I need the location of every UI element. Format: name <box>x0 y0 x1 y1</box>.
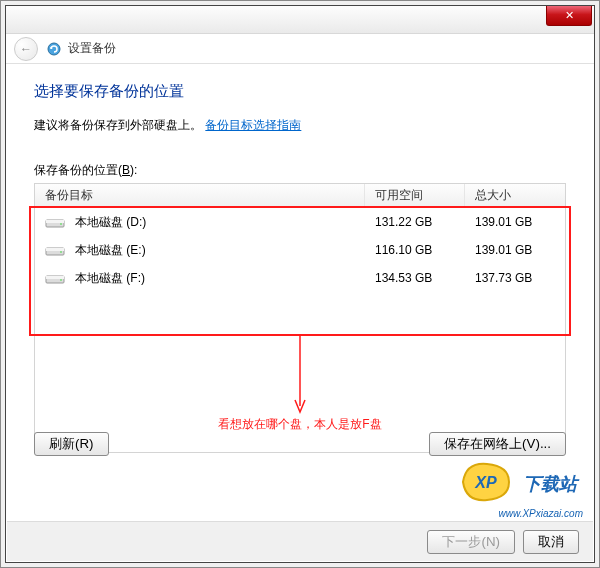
svg-point-9 <box>60 279 62 281</box>
col-header-free[interactable]: 可用空间 <box>365 184 465 207</box>
watermark-url: www.XPxiazai.com <box>499 508 583 519</box>
watermark: XP 下载站 www.XPxiazai.com <box>457 458 595 523</box>
disk-total: 139.01 GB <box>465 215 565 229</box>
location-label-post: ): <box>130 163 137 177</box>
refresh-button[interactable]: 刷新(R) <box>34 432 109 456</box>
back-arrow-icon: ← <box>20 42 32 56</box>
disk-free: 131.22 GB <box>365 215 465 229</box>
close-icon: ✕ <box>565 9 574 22</box>
svg-text:XP: XP <box>474 474 497 491</box>
svg-rect-5 <box>46 248 64 251</box>
svg-point-6 <box>60 251 62 253</box>
col-header-target[interactable]: 备份目标 <box>35 184 365 207</box>
suggestion-text: 建议将备份保存到外部硬盘上。 <box>34 118 202 132</box>
table-row[interactable]: 本地磁盘 (F:) 134.53 GB 137.73 GB <box>35 264 565 292</box>
col-header-total[interactable]: 总大小 <box>465 184 565 207</box>
disk-free: 116.10 GB <box>365 243 465 257</box>
svg-point-3 <box>60 223 62 225</box>
back-button[interactable]: ← <box>14 37 38 61</box>
annotation-note: 看想放在哪个盘，本人是放F盘 <box>218 416 381 433</box>
disk-total: 137.73 GB <box>465 271 565 285</box>
footer-bar: 下一步(N) 取消 <box>7 521 593 561</box>
disk-name: 本地磁盘 (F:) <box>75 270 145 287</box>
titlebar: ✕ <box>6 6 594 34</box>
svg-text:下载站: 下载站 <box>523 474 580 494</box>
disk-name: 本地磁盘 (D:) <box>75 214 146 231</box>
window-title: 设置备份 <box>68 40 116 57</box>
header-bar: ← 设置备份 <box>6 34 594 64</box>
svg-point-0 <box>48 43 60 55</box>
svg-rect-2 <box>46 220 64 223</box>
hard-disk-icon <box>45 271 65 285</box>
backup-location-table: 备份目标 可用空间 总大小 本地磁盘 (D:) 131.22 GB 1 <box>34 183 566 453</box>
cancel-button[interactable]: 取消 <box>523 530 579 554</box>
hard-disk-icon <box>45 243 65 257</box>
backup-target-guide-link[interactable]: 备份目标选择指南 <box>205 118 301 132</box>
location-label-pre: 保存备份的位置( <box>34 163 122 177</box>
table-row[interactable]: 本地磁盘 (D:) 131.22 GB 139.01 GB <box>35 208 565 236</box>
backup-settings-icon <box>46 41 62 57</box>
save-on-network-button[interactable]: 保存在网络上(V)... <box>429 432 566 456</box>
disk-free: 134.53 GB <box>365 271 465 285</box>
location-label: 保存备份的位置(B): <box>34 162 566 179</box>
suggestion-row: 建议将备份保存到外部硬盘上。 备份目标选择指南 <box>34 117 566 134</box>
table-header: 备份目标 可用空间 总大小 <box>35 184 565 208</box>
table-body: 本地磁盘 (D:) 131.22 GB 139.01 GB 本地磁盘 (E:) <box>35 208 565 292</box>
disk-name: 本地磁盘 (E:) <box>75 242 146 259</box>
location-label-accel: B <box>122 163 130 177</box>
svg-rect-8 <box>46 276 64 279</box>
window-close-button[interactable]: ✕ <box>546 6 592 26</box>
table-row[interactable]: 本地磁盘 (E:) 116.10 GB 139.01 GB <box>35 236 565 264</box>
disk-total: 139.01 GB <box>465 243 565 257</box>
next-button[interactable]: 下一步(N) <box>427 530 515 554</box>
page-heading: 选择要保存备份的位置 <box>34 82 566 101</box>
hard-disk-icon <box>45 215 65 229</box>
